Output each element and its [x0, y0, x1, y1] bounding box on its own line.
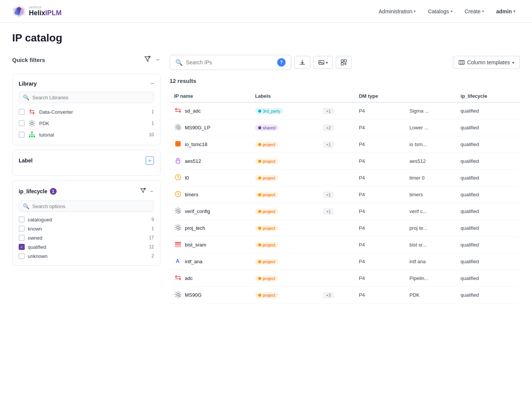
collapse-filters-button[interactable]: − [155, 56, 160, 64]
svg-rect-8 [33, 136, 35, 137]
nav-catalogs[interactable]: Catalogs ▾ [423, 5, 457, 17]
ip-name[interactable]: adc [185, 275, 193, 281]
library-checkbox-tutorial[interactable] [19, 132, 25, 138]
svg-rect-21 [459, 60, 464, 64]
svg-point-4 [31, 122, 33, 124]
table-row[interactable]: MS90Gproject+3P4PDKqualified [170, 287, 520, 304]
logo-text: perforce HelixIPLM [29, 6, 62, 17]
library-search-box[interactable]: 🔍 [19, 92, 154, 103]
gear-icon [28, 119, 36, 127]
lifecycle-value: qualified [461, 192, 479, 197]
search-help-button[interactable]: ? [277, 58, 286, 67]
clear-filters-button[interactable] [143, 55, 152, 65]
lifecycle-value: qualified [461, 225, 479, 231]
label-tag: project [255, 192, 278, 198]
dm-type-cell: P4 [354, 203, 405, 220]
svg-rect-7 [31, 136, 33, 137]
nav-administration[interactable]: Administration ▾ [374, 5, 421, 17]
lifecycle-search-input[interactable] [32, 204, 150, 209]
label-add-button[interactable]: + [146, 156, 154, 165]
lifecycle-search-box[interactable]: 🔍 [19, 200, 154, 212]
svg-rect-26 [175, 141, 181, 146]
label-tag: project [255, 275, 278, 281]
table-row[interactable]: timersproject+1P4timersqualified [170, 186, 520, 203]
lifecycle-count-catalogued: 9 [151, 217, 154, 222]
ip-name[interactable]: aes512 [185, 158, 201, 164]
lifecycle-checkbox-known[interactable] [19, 226, 25, 232]
ip-name[interactable]: sd_adc [185, 108, 201, 114]
plus-badge[interactable]: +1 [323, 108, 333, 114]
labels-cell: project [251, 153, 318, 170]
col-header-labels-extra [317, 90, 354, 102]
ip-name[interactable]: bist_sram [185, 242, 206, 248]
table-row[interactable]: MS90G_LPshared+2P4Lower ...qualified [170, 119, 520, 136]
lifecycle-checkbox-owned[interactable] [19, 235, 25, 241]
plus-badge[interactable]: +1 [323, 192, 333, 198]
ip-name[interactable]: io_tsmc18 [185, 142, 207, 147]
ip-name[interactable]: intf_ana [185, 259, 202, 264]
label-plus-cell: +1 [317, 136, 354, 153]
ip-name[interactable]: proj_tech [185, 225, 205, 231]
ip-table: IP name Labels DM type ip_lifecycle sd_a… [170, 90, 520, 304]
svg-rect-6 [29, 136, 30, 137]
ip-type-icon: A [174, 257, 182, 266]
lifecycle-value: qualified [461, 292, 479, 298]
lifecycle-cell: qualified [456, 186, 520, 203]
library-collapse-button[interactable]: − [151, 80, 154, 87]
ip-lifecycle-clear-button[interactable] [139, 187, 147, 196]
lifecycle-checkbox-unknown[interactable] [19, 253, 25, 259]
column-templates-button[interactable]: Column templates ▾ [453, 56, 520, 69]
plus-badge[interactable]: +2 [323, 125, 333, 131]
image-button[interactable]: ▾ [313, 56, 333, 69]
plus-badge[interactable]: +1 [323, 208, 333, 215]
plus-badge[interactable]: +1 [323, 142, 333, 148]
ip-name[interactable]: verif_config [185, 208, 210, 214]
lifecycle-value: qualified [461, 275, 479, 281]
labels-cell: project [251, 203, 318, 220]
table-row[interactable]: verif_configproject+1P4verif c...qualifi… [170, 203, 520, 220]
library-search-input[interactable] [32, 95, 150, 100]
user-menu[interactable]: admin ▾ [492, 5, 520, 17]
table-row[interactable]: Aintf_anaprojectP4intf anaqualified [170, 253, 520, 270]
ip-name[interactable]: t0 [185, 175, 189, 181]
lifecycle-checkbox-qualified[interactable]: ✓ [19, 244, 25, 250]
table-row[interactable]: adcprojectP4Pipelin...qualified [170, 270, 520, 287]
table-row[interactable]: bist_sramprojectP4bist sr...qualified [170, 237, 520, 253]
table-row[interactable]: proj_techprojectP4proj te...qualified [170, 220, 520, 237]
label-plus-cell: +3 [317, 287, 354, 304]
ip-lifecycle-collapse-button[interactable]: − [149, 187, 154, 196]
org-icon [28, 130, 36, 139]
chevron-down-icon: ▾ [482, 9, 484, 13]
svg-text:A: A [176, 258, 179, 264]
download-button[interactable] [294, 56, 310, 69]
filter-clear-icon [140, 188, 146, 194]
table-row[interactable]: io_tsmc18project+1P4io tsm...qualified [170, 136, 520, 153]
ip-search-bar[interactable]: 🔍 ? [170, 55, 291, 70]
library-checkbox-pdk[interactable] [19, 120, 25, 126]
quick-filter-actions: − [143, 55, 160, 65]
library-options: Data-Converter 1 PD [19, 108, 154, 139]
lifecycle-cell: qualified [456, 170, 520, 186]
ip-type-icon [174, 173, 182, 182]
lifecycle-checkbox-catalogued[interactable] [19, 216, 25, 223]
label-panel-header: Label + [19, 156, 154, 165]
results-count: 12 results [170, 78, 520, 84]
ip-name[interactable]: MS90G [185, 292, 202, 298]
table-row[interactable]: aes512projectP4aes512qualified [170, 153, 520, 170]
ip-type-icon [174, 207, 182, 216]
library-option-tutorial: tutorial 10 [19, 130, 154, 139]
nav-create[interactable]: Create ▾ [460, 5, 489, 17]
label-tag: project [255, 259, 278, 265]
ip-name[interactable]: timers [185, 192, 198, 197]
columns-icon [459, 59, 465, 65]
expand-button[interactable] [336, 56, 352, 69]
table-row[interactable]: t0projectP4timer 0qualified [170, 170, 520, 186]
lifecycle-cell: qualified [456, 102, 520, 119]
library-checkbox-data-converter[interactable] [19, 109, 25, 115]
ip-name[interactable]: MS90G_LP [185, 125, 210, 130]
table-row[interactable]: sd_adc3rd_party+1P4Sigma ...qualified [170, 102, 520, 119]
labels-cell: project [251, 287, 318, 304]
ip-search-input[interactable] [186, 59, 274, 65]
plus-badge[interactable]: +3 [323, 292, 333, 298]
library-count-data-converter: 1 [151, 109, 154, 115]
